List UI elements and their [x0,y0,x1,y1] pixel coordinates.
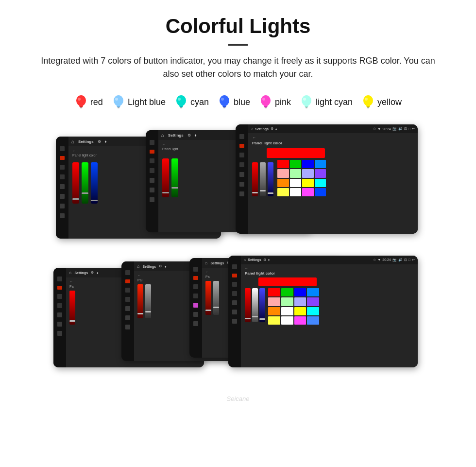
svg-point-14 [178,98,181,101]
bulb-pink-icon [259,94,272,110]
watermark: Seicane [0,394,476,406]
color-label-red: red [90,97,103,107]
bottom-device-row: ⌂ Settings ⚙ ♦ ← Pa [53,256,423,389]
svg-rect-13 [180,107,182,108]
color-item-red: red [74,94,103,110]
color-item-pink: pink [259,94,291,110]
svg-rect-7 [117,106,120,107]
svg-point-30 [363,95,373,106]
svg-point-9 [115,98,118,101]
bulb-blue-icon [218,94,231,110]
color-indicators-row: red Light blue cyan [0,86,476,115]
title-divider [228,44,248,46]
svg-rect-27 [305,106,308,107]
color-item-yellow: yellow [361,94,402,110]
device2-nav [146,130,158,232]
svg-rect-12 [180,106,183,107]
color-item-blue: blue [218,94,250,110]
color-label-pink: pink [275,97,291,107]
device-top-3: ⌂ Settings ⚙ ♦ ☆ ▼ 20:24 📷 🔊 ⊡ □ [236,124,418,234]
svg-rect-8 [118,107,119,108]
color-label-lightcyan: light cyan [316,97,353,107]
svg-point-25 [302,95,311,106]
svg-point-5 [114,95,123,106]
svg-rect-23 [265,107,267,108]
color-label-cyan: cyan [190,97,209,107]
devices-section: ⌂ Settings ⚙ ♦ ← Panel light color [0,115,476,394]
device3-statusbar: ⌂ Settings ⚙ ♦ ☆ ▼ 20:24 📷 🔊 ⊡ □ [248,124,418,133]
svg-rect-17 [223,106,226,107]
svg-rect-18 [223,107,225,108]
device1-nav [56,137,68,239]
svg-point-15 [220,95,229,106]
color-label-blue: blue [234,97,250,107]
svg-point-34 [365,98,368,101]
bulb-lightcyan-icon [300,94,313,110]
page-subtitle: Integrated with 7 colors of button indic… [10,54,466,81]
device3-content: ← Panel light color [248,133,418,234]
svg-rect-32 [367,106,370,107]
page-title: Colorful Lights [10,15,466,38]
svg-rect-28 [306,107,307,108]
bulb-lightblue-icon [112,94,125,110]
page-header: Colorful Lights Integrated with 7 colors… [0,0,476,86]
svg-rect-2 [80,106,83,107]
top-device-row: ⌂ Settings ⚙ ♦ ← Panel light color [56,124,420,251]
svg-point-0 [76,95,86,106]
device3-palette [277,160,326,196]
color-item-cyan: cyan [174,94,209,110]
color-item-lightblue: Light blue [112,94,166,110]
svg-rect-22 [264,106,267,107]
device3-nav [236,124,248,234]
svg-rect-3 [80,107,82,108]
svg-point-24 [262,98,265,101]
svg-point-19 [221,98,224,101]
color-item-lightcyan: light cyan [300,94,353,110]
svg-point-20 [261,95,271,106]
svg-point-10 [176,95,186,106]
bulb-cyan-icon [174,94,188,110]
bulb-yellow-icon [361,94,375,110]
color-label-lightblue: Light blue [128,97,166,107]
color-label-yellow: yellow [377,97,402,107]
bulb-red-icon [74,94,88,110]
svg-point-4 [78,98,81,101]
svg-rect-33 [367,107,369,108]
device-bot-4: ⌂ Settings ⚙ ♦ ☆ ▼ 20:24 📷 🔊 ⊡ □ [228,256,418,367]
svg-point-29 [303,98,306,101]
